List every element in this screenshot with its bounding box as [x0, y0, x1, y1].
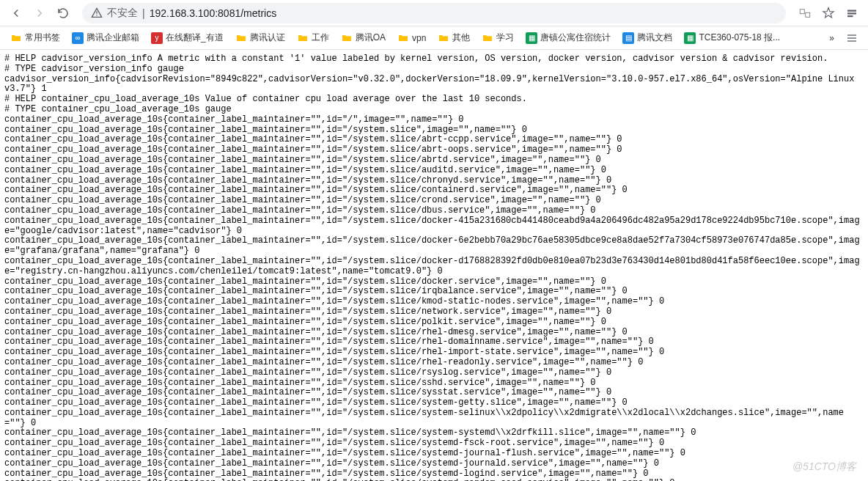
url-text: 192.168.3.100:8081/metrics — [150, 7, 277, 19]
bookmark-item[interactable]: 学习 — [477, 29, 518, 47]
bookmark-item[interactable]: 常用书签 — [6, 29, 65, 47]
svg-rect-2 — [847, 10, 856, 11]
bookmark-item[interactable]: ▦唐镇公寓住宿统计 — [521, 29, 615, 47]
reload-button[interactable] — [53, 3, 73, 23]
bookmark-item[interactable]: 其他 — [433, 29, 474, 47]
folder-icon — [341, 32, 353, 44]
bookmark-label: 腾讯认证 — [250, 32, 285, 44]
svg-rect-7 — [847, 40, 856, 41]
svg-rect-0 — [800, 9, 804, 13]
warning-icon — [91, 7, 103, 19]
site-favicon: y — [151, 32, 163, 44]
bookmark-label: 工作 — [312, 32, 329, 44]
list-icon — [846, 32, 858, 44]
bookmark-label: 学习 — [496, 32, 514, 44]
bookmarks-overflow[interactable]: » — [825, 30, 839, 46]
site-favicon: ▦ — [684, 32, 696, 44]
folder-icon — [482, 32, 493, 44]
folder-icon — [10, 32, 22, 44]
folder-icon — [397, 32, 409, 44]
bookmark-item[interactable]: vpn — [393, 29, 430, 47]
bookmark-label: 常用书签 — [25, 32, 60, 44]
svg-rect-1 — [806, 12, 810, 17]
browser-toolbar: 不安全 | 192.168.3.100:8081/metrics — [0, 0, 868, 26]
bookmark-item[interactable]: ▦TCE360-075-18 报... — [680, 29, 784, 47]
bookmark-item[interactable]: ∞腾讯企业邮箱 — [67, 29, 144, 47]
folder-icon — [438, 32, 449, 44]
bookmark-label: 其他 — [452, 32, 470, 44]
svg-rect-3 — [847, 12, 856, 14]
site-favicon: ▤ — [622, 32, 634, 44]
bookmark-label: 在线翻译_有道 — [166, 32, 224, 44]
bookmark-label: vpn — [412, 33, 426, 43]
forward-button[interactable] — [29, 3, 50, 23]
site-favicon: ∞ — [72, 32, 84, 44]
folder-icon — [235, 32, 247, 44]
folder-icon — [297, 32, 309, 44]
watermark-text: @51CTO博客 — [792, 460, 856, 474]
svg-rect-4 — [847, 15, 853, 17]
svg-rect-6 — [847, 37, 856, 38]
bookmark-label: 腾讯文档 — [637, 32, 672, 44]
extensions-icon[interactable] — [842, 3, 862, 23]
bookmark-item[interactable]: 腾讯OA — [336, 29, 390, 47]
svg-rect-5 — [847, 34, 856, 35]
bookmark-item[interactable]: 工作 — [293, 29, 334, 47]
page-content: # HELP cadvisor_version_info A metric wi… — [0, 50, 868, 481]
bookmark-item[interactable]: y在线翻译_有道 — [147, 29, 228, 47]
back-button[interactable] — [6, 3, 26, 23]
bookmark-label: 腾讯企业邮箱 — [87, 32, 139, 44]
bookmark-label: 唐镇公寓住宿统计 — [540, 32, 611, 44]
bookmark-item[interactable]: 腾讯认证 — [231, 29, 290, 47]
translate-icon[interactable] — [795, 3, 815, 23]
bookmark-label: TCE360-075-18 报... — [699, 32, 780, 44]
site-favicon: ▦ — [526, 32, 537, 44]
bookmark-label: 腾讯OA — [356, 32, 386, 44]
address-bar[interactable]: 不安全 | 192.168.3.100:8081/metrics — [82, 3, 786, 23]
bookmark-star-icon[interactable] — [818, 3, 839, 23]
bookmarks-menu[interactable] — [842, 29, 862, 47]
insecure-label: 不安全 — [107, 7, 138, 20]
chevron-right-icon: » — [829, 33, 834, 43]
bookmarks-bar: 常用书签∞腾讯企业邮箱y在线翻译_有道腾讯认证工作腾讯OAvpn其他学习▦唐镇公… — [0, 26, 868, 50]
url-separator: | — [142, 7, 145, 19]
bookmark-item[interactable]: ▤腾讯文档 — [618, 29, 677, 47]
